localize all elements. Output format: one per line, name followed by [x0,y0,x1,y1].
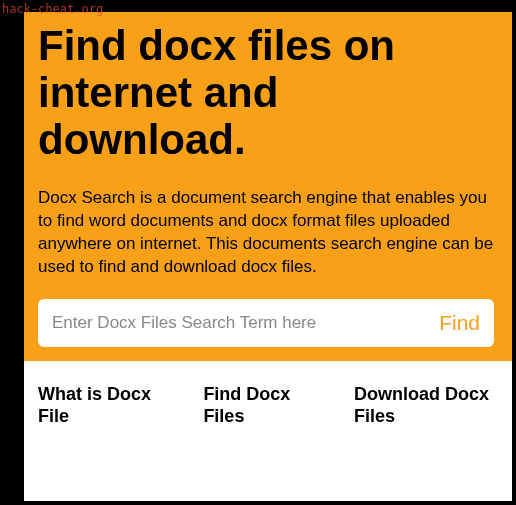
search-bar: Find [38,299,494,347]
find-button[interactable]: Find [429,311,480,335]
app-screen: Find docx files on internet and download… [24,12,512,501]
device-frame: Find docx files on internet and download… [4,12,512,501]
nav-section: What is Docx File Find Docx Files Downlo… [24,361,512,501]
hero-section: Find docx files on internet and download… [24,12,512,361]
page-headline: Find docx files on internet and download… [38,22,494,163]
search-input[interactable] [52,313,429,333]
page-description: Docx Search is a document search engine … [38,187,494,279]
nav-item-find[interactable]: Find Docx Files [203,383,326,483]
nav-item-download[interactable]: Download Docx Files [354,383,494,483]
nav-item-what-is[interactable]: What is Docx File [38,383,175,483]
watermark-text: hack-cheat.org [2,2,103,16]
